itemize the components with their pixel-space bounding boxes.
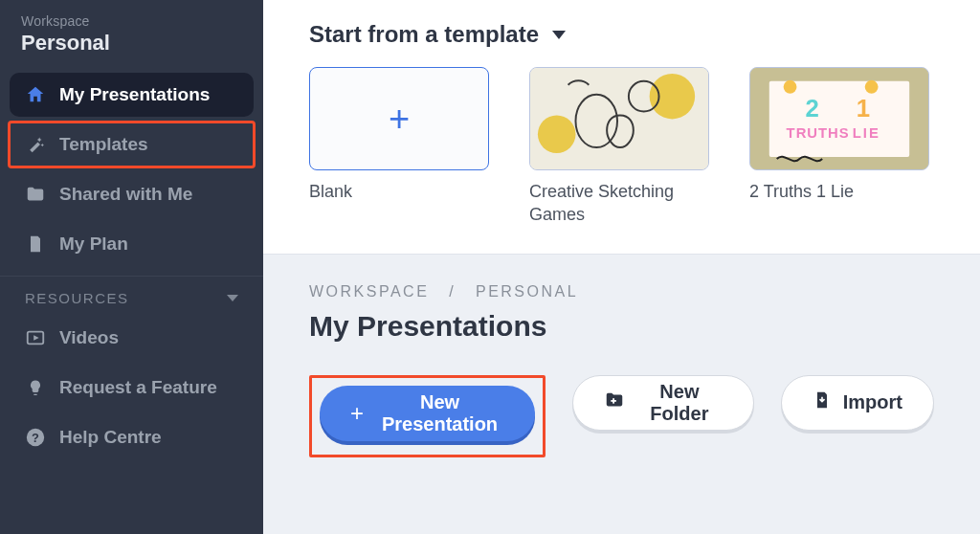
new-presentation-button[interactable]: + New Presentation [320, 386, 535, 441]
video-icon [25, 327, 46, 348]
caret-down-icon [552, 31, 566, 39]
breadcrumb-sep: / [449, 283, 456, 300]
sidebar-item-label: Videos [59, 327, 119, 348]
new-folder-button[interactable]: New Folder [572, 375, 754, 431]
template-card-truths: 2 1 TRUTHS LIE 2 Truths 1 Lie [749, 67, 929, 227]
main-content: Start from a template + Blank [263, 0, 980, 534]
help-icon: ? [25, 427, 46, 448]
resources-header[interactable]: RESOURCES [10, 280, 254, 312]
button-label: New Folder [636, 381, 723, 425]
chevron-down-icon [227, 295, 238, 301]
template-cards: + Blank Creative Sketching Ga [309, 67, 942, 227]
svg-text:TRUTHS: TRUTHS [787, 125, 850, 141]
svg-point-14 [784, 80, 797, 94]
sidebar-item-my-plan[interactable]: My Plan [10, 222, 254, 266]
action-row: + New Presentation New Folder Import [309, 375, 934, 457]
breadcrumb: WORKSPACE / PERSONAL [309, 283, 934, 300]
template-label: 2 Truths 1 Lie [749, 180, 929, 203]
primary-nav: My Presentations Templates Shared with M… [10, 73, 254, 266]
folder-shared-icon [25, 184, 46, 205]
highlight-box: + New Presentation [309, 375, 546, 457]
templates-title: Start from a template [309, 21, 539, 48]
sidebar-item-videos[interactable]: Videos [10, 316, 254, 360]
import-button[interactable]: Import [781, 375, 934, 431]
import-icon [813, 389, 832, 415]
folder-plus-icon [604, 389, 625, 415]
truths-art-icon: 2 1 TRUTHS LIE [750, 68, 928, 170]
sidebar-item-label: My Presentations [59, 84, 210, 105]
svg-point-15 [865, 80, 879, 94]
breadcrumb-part[interactable]: PERSONAL [476, 283, 578, 300]
invoice-icon [25, 234, 46, 255]
sidebar-item-my-presentations[interactable]: My Presentations [10, 73, 254, 117]
sidebar: Workspace Personal My Presentations Temp… [0, 0, 263, 534]
template-card-sketching: Creative Sketching Games [529, 67, 709, 227]
sidebar-item-label: My Plan [59, 234, 128, 255]
svg-point-4 [538, 115, 576, 153]
template-thumb-blank[interactable]: + [309, 67, 489, 170]
template-label: Blank [309, 180, 489, 203]
svg-text:2: 2 [805, 95, 818, 122]
resources-nav: Videos Request a Feature ? Help Centre [10, 316, 254, 459]
sidebar-item-request-feature[interactable]: Request a Feature [10, 366, 254, 410]
template-card-blank: + Blank [309, 67, 489, 227]
breadcrumb-part[interactable]: WORKSPACE [309, 283, 429, 300]
button-label: New Presentation [375, 391, 504, 435]
plus-icon: + [350, 402, 364, 425]
template-label: Creative Sketching Games [529, 180, 709, 227]
lightbulb-icon [25, 377, 46, 398]
sidebar-item-templates[interactable]: Templates [10, 122, 254, 167]
sidebar-item-help-centre[interactable]: ? Help Centre [10, 415, 254, 459]
sidebar-item-label: Shared with Me [59, 184, 192, 205]
svg-text:?: ? [32, 431, 39, 445]
templates-dropdown[interactable]: Start from a template [309, 21, 942, 48]
workspace-name: Personal [21, 31, 242, 56]
page-title: My Presentations [309, 310, 934, 343]
resources-header-label: RESOURCES [25, 290, 129, 306]
template-thumb-truths[interactable]: 2 1 TRUTHS LIE [749, 67, 929, 170]
svg-text:1: 1 [857, 95, 870, 122]
sidebar-item-label: Help Centre [59, 427, 162, 448]
divider [0, 276, 263, 277]
presentations-pane: WORKSPACE / PERSONAL My Presentations + … [263, 254, 980, 534]
sidebar-item-label: Request a Feature [59, 377, 217, 398]
templates-pane: Start from a template + Blank [263, 0, 980, 254]
plus-icon: + [389, 100, 410, 137]
svg-point-5 [650, 74, 695, 119]
template-thumb-sketching[interactable] [529, 67, 709, 170]
sidebar-item-shared[interactable]: Shared with Me [10, 172, 254, 216]
workspace-label: Workspace [21, 13, 242, 29]
workspace-header: Workspace Personal [10, 13, 254, 69]
sketch-art-icon [530, 68, 708, 170]
svg-text:LIE: LIE [853, 125, 880, 141]
sidebar-item-label: Templates [59, 134, 148, 155]
svg-rect-17 [611, 400, 616, 402]
home-icon [25, 84, 46, 105]
button-label: Import [843, 391, 902, 413]
wand-icon [25, 134, 46, 155]
